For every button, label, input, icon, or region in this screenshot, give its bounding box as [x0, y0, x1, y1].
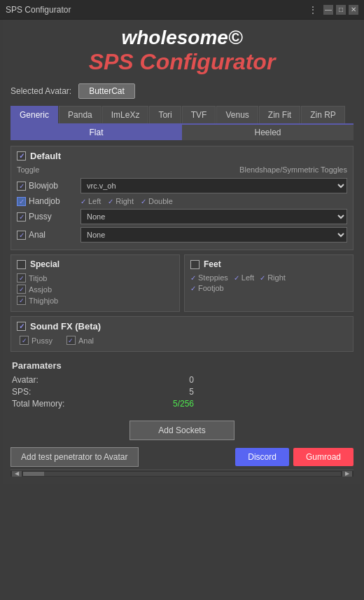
tab-imlexz[interactable]: ImLeXz [102, 106, 149, 123]
double-toggle[interactable]: Double [141, 197, 173, 205]
scrollbar: ◀ ▶ [10, 470, 354, 477]
default-section: Default Toggle Blendshape/Symmetric Togg… [10, 146, 354, 250]
memory-param-label: Total Memory: [12, 399, 64, 409]
default-title: Default [30, 151, 61, 161]
sound-section: Sound FX (Beta) Pussy Anal [10, 316, 354, 352]
feet-row-1: Steppies Left Right [190, 273, 347, 282]
bottom-right-buttons: Discord Gumroad [235, 448, 354, 466]
toggle-label: Toggle [17, 165, 39, 174]
feet-header: Feet [190, 259, 347, 269]
pussy-label: Pussy [29, 212, 78, 221]
memory-param-row: Total Memory: 5/256 [12, 399, 194, 409]
sps-param-row: SPS: 5 [12, 387, 194, 397]
title-bar-left: SPS Configurator [6, 5, 71, 15]
sound-anal-label: Anal [78, 336, 94, 345]
steppies-check[interactable]: Steppies [190, 273, 228, 282]
add-sockets-row: Add Sockets [10, 421, 354, 440]
sub-tab-heeled[interactable]: Heeled [182, 125, 354, 140]
branding-header: wholesome© SPS Configurator [10, 27, 354, 75]
titjob-checkbox[interactable] [17, 273, 26, 282]
tab-venus[interactable]: Venus [216, 106, 258, 123]
feet-left-label: Left [241, 273, 254, 282]
memory-param-value: 5/256 [173, 399, 194, 409]
scroll-right-arrow[interactable]: ▶ [342, 471, 352, 477]
sound-pussy-label: Pussy [31, 336, 52, 345]
thighjob-label: Thighjob [29, 296, 58, 305]
feet-section: Feet Steppies Left Right Footjob [184, 254, 354, 312]
anal-label: Anal [29, 230, 78, 240]
sound-checkbox[interactable] [17, 322, 26, 331]
sound-anal-row: Anal [66, 336, 94, 345]
title-text: SPS Configurator [6, 5, 71, 15]
feet-title: Feet [204, 259, 221, 269]
default-checkbox[interactable] [17, 151, 26, 161]
blowjob-checkbox[interactable] [17, 182, 26, 191]
pussy-dropdown[interactable]: None [80, 209, 347, 224]
avatar-param-row: Avatar: 0 [12, 375, 194, 385]
symmetric-toggles: Left Right Double [80, 197, 173, 205]
sound-pussy-checkbox[interactable] [20, 336, 29, 345]
tab-tvf[interactable]: TVF [182, 106, 216, 123]
thighjob-checkbox[interactable] [17, 296, 26, 305]
anal-checkbox[interactable] [17, 231, 26, 240]
handjob-row: Handjob Left Right Double [17, 196, 347, 206]
title-bar: SPS Configurator ⋮ — □ ✕ [0, 0, 364, 20]
feet-right-check[interactable]: Right [260, 273, 286, 282]
blowjob-dropdown[interactable]: vrc.v_oh [80, 178, 347, 193]
tab-generic[interactable]: Generic [10, 106, 58, 123]
avatar-label: Selected Avatar: [10, 86, 71, 96]
branding-wholesome: wholesome© [10, 27, 354, 49]
avatar-badge[interactable]: ButterCat [78, 83, 135, 99]
right-toggle[interactable]: Right [108, 197, 134, 205]
sound-pussy-row: Pussy [20, 336, 52, 345]
params-section: Paramaters Avatar: 0 SPS: 5 Total Memory… [10, 356, 354, 415]
bottom-buttons: Add test penetrator to Avatar Discord Gu… [10, 447, 354, 467]
tab-zin-fit[interactable]: Zin Fit [259, 106, 300, 123]
toggle-header-row: Toggle Blendshape/Symmetric Toggles [17, 165, 347, 175]
gumroad-button[interactable]: Gumroad [293, 448, 354, 466]
discord-button[interactable]: Discord [235, 448, 289, 466]
special-section: Special Titjob Assjob Thighjob [10, 254, 180, 312]
special-box [17, 260, 26, 269]
sps-param-value: 5 [189, 387, 194, 397]
sub-tab-flat[interactable]: Flat [10, 125, 182, 140]
branding-sps: SPS Configurator [10, 49, 354, 75]
maximize-button[interactable]: □ [336, 5, 346, 15]
anal-dropdown[interactable]: None [80, 227, 347, 243]
title-bar-right: ⋮ — □ ✕ [305, 4, 358, 15]
default-section-header: Default [17, 151, 347, 161]
tab-tori[interactable]: Tori [149, 106, 181, 123]
blendshape-label: Blendshape/Symmetric Toggles [239, 165, 347, 174]
scroll-thumb[interactable] [23, 472, 44, 476]
tab-panda[interactable]: Panda [59, 106, 102, 123]
tabs-bar: Generic Panda ImLeXz Tori TVF Venus Zin … [10, 106, 354, 125]
feet-left-check[interactable]: Left [234, 273, 254, 282]
menu-dots[interactable]: ⋮ [305, 4, 321, 15]
assjob-checkbox[interactable] [17, 285, 26, 294]
sound-items: Pussy Anal [17, 336, 347, 347]
close-button[interactable]: ✕ [349, 5, 358, 15]
footjob-check[interactable]: Footjob [190, 284, 224, 292]
avatar-param-value: 0 [189, 375, 194, 385]
tab-zin-rp[interactable]: Zin RP [301, 106, 345, 123]
special-title: Special [30, 259, 59, 269]
footjob-label: Footjob [198, 284, 224, 292]
left-toggle[interactable]: Left [80, 197, 101, 205]
feet-box [190, 260, 200, 269]
feet-row-2: Footjob [190, 284, 347, 292]
sound-anal-checkbox[interactable] [66, 336, 76, 345]
scroll-track[interactable] [23, 472, 341, 476]
pussy-row: Pussy None [17, 209, 347, 224]
pussy-checkbox[interactable] [17, 212, 26, 221]
scroll-left-arrow[interactable]: ◀ [12, 471, 22, 477]
add-penetrator-button[interactable]: Add test penetrator to Avatar [10, 447, 139, 467]
avatar-row: Selected Avatar: ButterCat [10, 83, 354, 99]
minimize-button[interactable]: — [323, 5, 333, 15]
handjob-checkbox[interactable] [17, 197, 26, 206]
sps-param-label: SPS: [12, 387, 31, 397]
anal-row: Anal None [17, 227, 347, 243]
add-sockets-button[interactable]: Add Sockets [130, 421, 234, 440]
special-header: Special [17, 259, 174, 269]
blowjob-label: Blowjob [29, 181, 78, 191]
avatar-param-label: Avatar: [12, 375, 38, 385]
